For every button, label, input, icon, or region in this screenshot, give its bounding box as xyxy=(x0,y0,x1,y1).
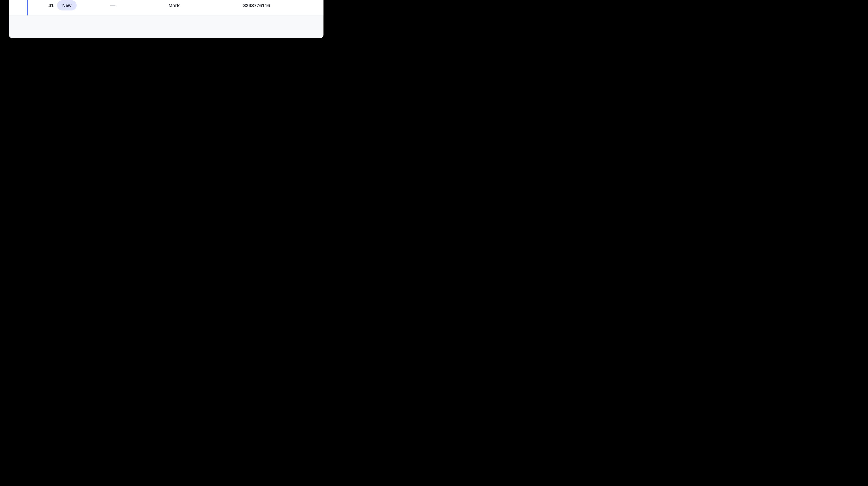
table-body: 44 New — Jane 3108975426 43 New — Dick 3… xyxy=(9,0,323,15)
cell-payment: — xyxy=(110,2,168,8)
cell-customer: Mark xyxy=(168,2,243,8)
cell-contact: 3233776116 xyxy=(243,2,323,8)
leads-table: Status 3108975426 Payment Customer C xyxy=(9,0,323,15)
cell-id: 41 xyxy=(35,2,57,8)
page-content: Leads Status 3108975426 Payment xyxy=(9,0,323,38)
selection-indicator xyxy=(27,0,28,15)
app-window: Sites Pages Products xyxy=(9,0,323,38)
status-badge: New xyxy=(57,0,77,10)
table-row[interactable]: 41 New — Mark 3233776116 xyxy=(9,0,323,15)
